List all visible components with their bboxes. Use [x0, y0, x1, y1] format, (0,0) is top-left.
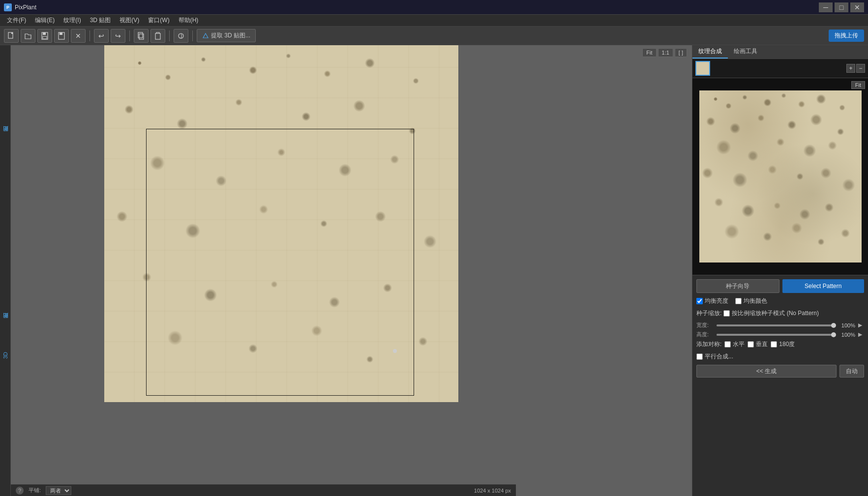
balance-brightness-checkbox[interactable]: [696, 298, 703, 304]
thumb-controls: + −: [846, 64, 865, 73]
svg-rect-3: [43, 36, 47, 39]
auto-button[interactable]: 自动: [839, 365, 864, 378]
title-bar-left: P PixPlant: [4, 3, 36, 11]
title-bar: P PixPlant ─ □ ✕: [0, 0, 868, 15]
height-slider[interactable]: [717, 334, 834, 336]
menu-3d[interactable]: 3D 贴图: [86, 15, 115, 26]
height-value: 100%: [837, 332, 855, 338]
minimize-button[interactable]: ─: [819, 2, 833, 12]
width-slider-thumb[interactable]: [831, 323, 836, 328]
sym-vertical-checkbox[interactable]: [748, 341, 754, 348]
open-button[interactable]: [21, 29, 35, 43]
svg-marker-10: [203, 33, 208, 38]
width-expand-arrow[interactable]: ▶: [858, 322, 864, 328]
seed-scale-row: 种子缩放: 按比例缩放种子模式 (No Pattern): [696, 309, 864, 318]
extract-3d-button[interactable]: 提取 3D 贴图...: [197, 29, 256, 42]
menu-texture[interactable]: 纹理(I): [60, 15, 85, 26]
close-button[interactable]: ✕: [850, 2, 864, 12]
balance-color-label[interactable]: 均衡颜色: [735, 297, 767, 305]
tab-texture-compose[interactable]: 纹理合成: [692, 45, 728, 58]
extract-label: 提取 3D 贴图...: [211, 31, 250, 40]
separator-2: [129, 30, 130, 41]
generate-button[interactable]: << 生成: [696, 365, 837, 378]
height-label: 高度:: [696, 331, 714, 338]
preview-dots: [699, 90, 862, 263]
tab-paint-tools[interactable]: 绘画工具: [728, 45, 763, 58]
remove-texture-button[interactable]: −: [856, 64, 865, 73]
new-button[interactable]: [4, 29, 19, 43]
select-pattern-button[interactable]: Select Pattern: [782, 279, 865, 293]
menu-window[interactable]: 窗口(W): [144, 15, 173, 26]
sym-180-checkbox[interactable]: [771, 341, 777, 348]
seed-wizard-button[interactable]: 种子向导: [696, 279, 779, 293]
close-doc-button[interactable]: ✕: [71, 29, 86, 43]
sym-horizontal-checkbox[interactable]: [724, 341, 731, 348]
svg-rect-7: [138, 32, 143, 38]
menu-view[interactable]: 视图(V): [116, 15, 143, 26]
balance-color-text: 均衡颜色: [744, 297, 767, 305]
separator-3: [169, 30, 170, 41]
app-logo: P: [4, 3, 12, 11]
menu-bar: 文件(F) 编辑(E) 纹理(I) 3D 贴图 视图(V) 窗口(W) 帮助(H…: [0, 15, 868, 27]
copy-button[interactable]: [134, 29, 149, 43]
menu-edit[interactable]: 编辑(E): [31, 15, 59, 26]
svg-rect-8: [155, 33, 160, 39]
texture-background: [104, 45, 458, 402]
generate-row: << 生成 自动: [696, 365, 864, 378]
symmetry-row: 添加对称: 水平 垂直 180度: [696, 340, 864, 349]
menu-file[interactable]: 文件(F): [3, 15, 30, 26]
full-view-button[interactable]: [ ]: [675, 48, 687, 57]
paste-button[interactable]: [150, 29, 165, 43]
controls-panel: 种子向导 Select Pattern 均衡亮度 均衡颜色 种子缩放:: [692, 275, 868, 381]
canvas-area[interactable]: Fit 1:1 [ ] ? 平铺: 两者 水平 垂直 无 1024 x 1024…: [11, 45, 692, 496]
status-bar: ? 平铺: 两者 水平 垂直 无 1024 x 1024 px: [11, 484, 516, 496]
width-slider[interactable]: [717, 324, 834, 326]
balance-brightness-label[interactable]: 均衡亮度: [696, 297, 728, 305]
texture-tab[interactable]: 贴图: [1, 134, 10, 138]
undo-button[interactable]: ↩: [94, 29, 109, 43]
sym-vertical-label[interactable]: 垂直: [748, 340, 768, 349]
toolbar: ✕ ↩ ↪ 提取 3D 贴图... 拖拽上传: [0, 27, 868, 45]
proportional-scale-text: 按比例缩放种子模式 (No Pattern): [732, 309, 819, 318]
sym-horizontal-label[interactable]: 水平: [724, 340, 745, 349]
width-value: 100%: [837, 322, 855, 328]
save-button[interactable]: [37, 29, 52, 43]
height-slider-thumb[interactable]: [831, 332, 836, 337]
width-slider-row: 宽度: 100% ▶: [696, 321, 864, 329]
maximize-button[interactable]: □: [835, 2, 848, 12]
flatten-select[interactable]: 两者 水平 垂直 无: [46, 486, 71, 495]
parallel-label-wrap[interactable]: 平行合成...: [696, 352, 733, 361]
sym-horizontal-text: 水平: [733, 340, 745, 349]
preview-fit-button[interactable]: Fit: [851, 81, 865, 89]
3d-tab[interactable]: 3D: [1, 350, 9, 361]
symmetry-label: 添加对称:: [696, 340, 721, 349]
svg-point-9: [179, 33, 183, 38]
texture-dots-overlay: [104, 45, 458, 402]
texture-thumbnail[interactable]: [695, 61, 710, 76]
cloud-upload-button[interactable]: 拖拽上传: [829, 29, 864, 42]
width-slider-fill: [717, 324, 834, 326]
app-title: PixPlant: [15, 4, 36, 11]
help-icon[interactable]: ?: [16, 487, 24, 495]
fit-zoom-button[interactable]: Fit: [642, 48, 656, 57]
actual-size-button[interactable]: 1:1: [658, 48, 673, 57]
sym-180-label[interactable]: 180度: [771, 340, 795, 349]
redo-button[interactable]: ↪: [111, 29, 125, 43]
sym-180-text: 180度: [779, 340, 795, 349]
proportional-scale-checkbox[interactable]: [723, 310, 730, 317]
tiles-tab[interactable]: 贴图: [1, 321, 10, 324]
menu-help[interactable]: 帮助(H): [175, 15, 203, 26]
flatten-label: 平铺:: [29, 487, 41, 494]
seed-pattern-row: 种子向导 Select Pattern: [696, 279, 864, 293]
transform-button[interactable]: [174, 29, 188, 43]
save-as-button[interactable]: [54, 29, 69, 43]
add-texture-button[interactable]: +: [846, 64, 855, 73]
right-panel-tabs: 纹理合成 绘画工具: [692, 45, 868, 59]
height-expand-arrow[interactable]: ▶: [858, 331, 864, 338]
proportional-scale-label[interactable]: 按比例缩放种子模式 (No Pattern): [723, 309, 819, 318]
parallel-checkbox[interactable]: [696, 353, 703, 360]
svg-rect-5: [60, 32, 62, 35]
balance-options-row: 均衡亮度 均衡颜色: [696, 297, 864, 305]
right-panel: 纹理合成 绘画工具 + − Fit 种子向导 Select Pattern: [692, 45, 868, 496]
balance-color-checkbox[interactable]: [735, 298, 742, 304]
